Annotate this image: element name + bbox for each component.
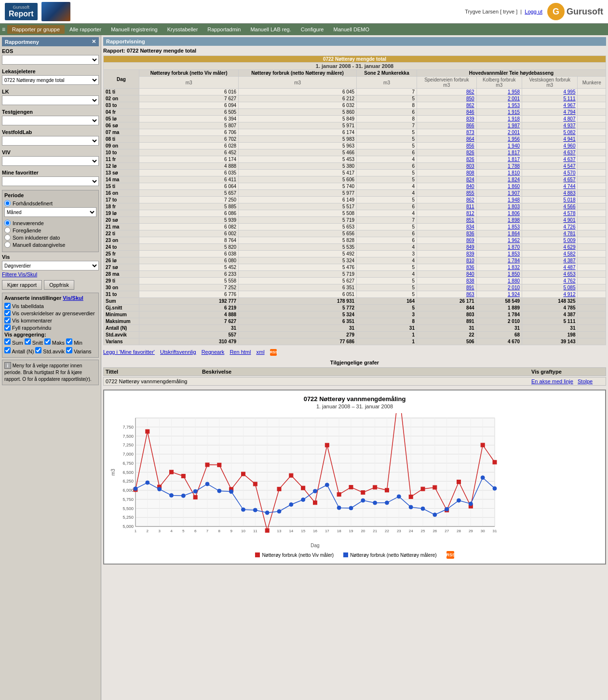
cell-c4[interactable]: 826 [417, 149, 476, 156]
cell-c5[interactable]: 1 850 [476, 271, 522, 278]
sidebar-close-icon[interactable]: ✕ [92, 39, 96, 45]
cell-c4[interactable]: 846 [417, 109, 476, 116]
cell-c4[interactable]: 826 [417, 156, 476, 163]
cell-c5[interactable]: 1 898 [476, 217, 522, 224]
cell-c6[interactable]: 4 912 [522, 291, 578, 298]
cell-c6[interactable]: 5 018 [522, 197, 578, 203]
footer-link-utskrift[interactable]: Utskriftsvennlig [160, 349, 196, 355]
navbar-menu-icon[interactable]: ≡ [2, 26, 5, 33]
sidebar-select-vestfoldlab[interactable] [2, 136, 99, 146]
cell-c5[interactable]: 1 880 [476, 278, 522, 284]
cb-min[interactable]: Min [66, 338, 82, 346]
cell-c5[interactable]: 1 864 [476, 230, 522, 237]
cell-c6[interactable]: 4 781 [522, 230, 578, 237]
cell-c6[interactable]: 4 657 [522, 176, 578, 183]
filtere-link[interactable]: Filtere Vis/Skul [2, 271, 37, 277]
cell-c5[interactable]: 1 956 [476, 136, 522, 143]
sidebar-select-viv[interactable] [2, 156, 99, 166]
cell-c4[interactable]: 839 [417, 116, 476, 122]
cell-c5[interactable]: 1 784 [476, 257, 522, 264]
cell-c4[interactable]: 839 [417, 251, 476, 257]
cb-antall[interactable]: Antall (N) [4, 347, 34, 354]
cell-c4[interactable]: 810 [417, 257, 476, 264]
cell-c6[interactable]: 4 995 [522, 89, 578, 95]
cb-sum[interactable]: Sum [4, 338, 23, 346]
cell-c4[interactable]: 864 [417, 136, 476, 143]
cell-c4[interactable]: 840 [417, 271, 476, 278]
vis-select[interactable]: Døgnverdier [2, 261, 99, 270]
cb-vis-overskridelser[interactable]: Vis overskridelser av grenseverdier [4, 310, 96, 316]
cb-varians[interactable]: Varians [66, 347, 92, 354]
cell-c5[interactable]: 1 948 [476, 197, 522, 203]
nav-item-manuell-lab-reg[interactable]: Manuell LAB reg. [245, 25, 296, 34]
run-report-button[interactable]: Kjær rapport [2, 280, 42, 290]
chart-rss-icon[interactable]: RSS [446, 551, 454, 559]
nav-item-manuell-demo[interactable]: Manuell DEMO [329, 25, 375, 34]
cell-c5[interactable]: 1 832 [476, 264, 522, 271]
cell-c6[interactable]: 4 653 [522, 271, 578, 278]
cell-c4[interactable]: 850 [417, 95, 476, 102]
cell-c4[interactable]: 862 [417, 197, 476, 203]
cell-c6[interactable]: 5 082 [522, 129, 578, 136]
cb-vis-tabelldata[interactable]: Vis tabelldata [4, 303, 96, 309]
rss-icon[interactable]: RSS [270, 349, 277, 356]
nav-item-rapportadmin[interactable]: Rapportadmin [203, 25, 245, 34]
cell-c6[interactable]: 4 726 [522, 224, 578, 230]
radio-forhandsdefinert[interactable]: Forhåndsdefinert [4, 200, 96, 206]
cell-c6[interactable]: 5 111 [522, 95, 578, 102]
radio-innevaerende[interactable]: Inneværende [4, 220, 96, 226]
graph-link-linje[interactable]: En akse med linje [531, 378, 573, 384]
cell-c6[interactable]: 4 794 [522, 109, 578, 116]
cell-c5[interactable]: 1 803 [476, 203, 522, 210]
cell-c5[interactable]: 1 940 [476, 143, 522, 149]
cell-c5[interactable]: 1 853 [476, 251, 522, 257]
cell-c5[interactable]: 2 001 [476, 129, 522, 136]
cell-c4[interactable]: 808 [417, 170, 476, 176]
footer-link-xml[interactable]: xml [256, 349, 264, 355]
cell-c6[interactable]: 4 967 [522, 102, 578, 109]
cell-c6[interactable]: 4 937 [522, 122, 578, 129]
cell-c5[interactable]: 1 907 [476, 190, 522, 197]
cell-c6[interactable]: 4 387 [522, 257, 578, 264]
cell-c6[interactable]: 4 487 [522, 264, 578, 271]
cell-c6[interactable]: 4 629 [522, 244, 578, 251]
cell-c6[interactable]: 4 941 [522, 136, 578, 143]
cell-c4[interactable]: 856 [417, 143, 476, 149]
sidebar-select-eos[interactable] [2, 55, 99, 65]
nav-item-alle-rapporter[interactable]: Alle rapporter [65, 25, 106, 34]
cell-c4[interactable]: 838 [417, 278, 476, 284]
nav-item-manuell-registrering[interactable]: Manuell registrering [106, 25, 162, 34]
nav-item-rapporter-pr-gruppe[interactable]: Rapporter pr gruppe [7, 25, 65, 34]
cell-c6[interactable]: 4 637 [522, 156, 578, 163]
cell-c6[interactable]: 5 009 [522, 237, 578, 244]
cell-c6[interactable]: 5 085 [522, 284, 578, 291]
cb-maks[interactable]: Maks [44, 338, 65, 346]
cell-c4[interactable]: 862 [417, 89, 476, 95]
footer-link-renhtml[interactable]: Ren html [230, 349, 251, 355]
cb-vis-kommentarer[interactable]: Vis kommentarer [4, 317, 96, 323]
cell-c5[interactable]: 1 853 [476, 224, 522, 230]
cell-c6[interactable]: 4 578 [522, 210, 578, 217]
cell-c5[interactable]: 1 953 [476, 102, 522, 109]
cell-c5[interactable]: 2 001 [476, 95, 522, 102]
cell-c5[interactable]: 1 806 [476, 210, 522, 217]
footer-link-favoritter[interactable]: Legg i 'Mine favoritter' [103, 349, 155, 355]
cell-c4[interactable]: 834 [417, 224, 476, 230]
cell-c4[interactable]: 824 [417, 176, 476, 183]
cell-c5[interactable]: 1 810 [476, 170, 522, 176]
cell-c4[interactable]: 849 [417, 244, 476, 251]
cell-c5[interactable]: 1 915 [476, 109, 522, 116]
cb-stdavvik[interactable]: Std.avvik [35, 347, 65, 354]
sidebar-select-lekasjeletere[interactable]: 0722 Nøtterøy mengde total [2, 75, 99, 85]
footer-link-regneark[interactable]: Regneark [202, 349, 225, 355]
cell-c4[interactable]: 812 [417, 210, 476, 217]
cell-c6[interactable]: 4 901 [522, 217, 578, 224]
cell-c4[interactable]: 873 [417, 129, 476, 136]
periode-interval-select[interactable]: Måned [4, 207, 96, 217]
cell-c6[interactable]: 4 807 [522, 116, 578, 122]
cell-c6[interactable]: 4 637 [522, 149, 578, 156]
radio-manuell[interactable]: Manuell datoangivelse [4, 242, 96, 248]
graph-link-stolpe[interactable]: Stolpe [578, 378, 593, 384]
refresh-button[interactable]: Oppfrisk [44, 280, 74, 290]
sidebar-select-lk[interactable] [2, 95, 99, 105]
